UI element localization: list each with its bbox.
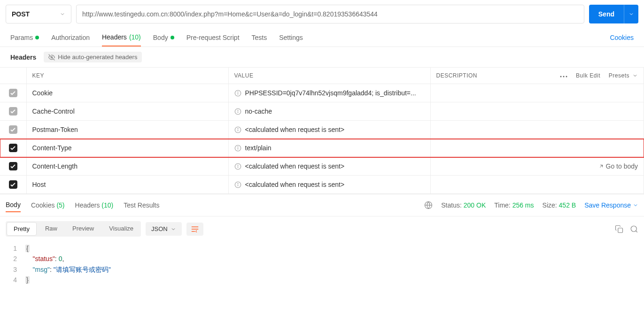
view-raw[interactable]: Raw [38,221,65,237]
header-value[interactable]: PHPSESSID=0jq7v74lhn52vjsqm9fgaladd4; is… [228,84,430,102]
svg-rect-28 [618,228,623,232]
table-row[interactable]: Cache-Controlno-cache [0,102,644,121]
header-description[interactable] [430,176,644,194]
tab-prerequest[interactable]: Pre-request Script [186,29,240,46]
tab-authorization[interactable]: Authorization [51,29,90,46]
go-to-body-link[interactable]: Go to body [598,162,638,170]
checkbox[interactable] [9,144,17,152]
checkbox[interactable] [9,89,17,97]
language-select[interactable]: JSON [146,222,182,236]
request-bar: POST http://www.testingedu.com.cn:8000/i… [0,0,644,28]
json-key-msg: "msg" [33,266,50,273]
status-dot-icon [171,36,174,39]
status-dot-icon [35,36,39,39]
view-pretty[interactable]: Pretty [7,222,37,236]
save-response-button[interactable]: Save Response [584,201,638,209]
checkbox[interactable] [9,107,17,116]
svg-point-9 [238,110,238,111]
response-tab-headers[interactable]: Headers (10) [75,199,114,212]
checkbox[interactable] [9,125,17,134]
svg-point-6 [238,92,238,92]
table-row[interactable]: CookiePHPSESSID=0jq7v74lhn52vjsqm9fgalad… [0,84,644,102]
headers-title: Headers [10,54,36,61]
header-key[interactable]: Cookie [26,84,228,102]
url-input[interactable]: http://www.testingedu.com.cn:8000/index.… [76,5,584,23]
header-description[interactable]: Go to body [430,157,644,176]
svg-point-22 [238,184,238,184]
view-visualize[interactable]: Visualize [101,221,141,237]
http-method-value: POST [12,10,30,18]
url-text: http://www.testingedu.com.cn:8000/index.… [82,10,378,18]
header-value[interactable]: <calculated when request is sent> [228,176,430,194]
response-time: Time: 256 ms [494,201,534,209]
col-value: VALUE [228,68,430,84]
header-description[interactable] [430,102,644,121]
header-value[interactable]: text/plain [228,139,430,157]
svg-point-1 [560,76,562,77]
table-row[interactable]: Content-Length<calculated when request i… [0,157,644,176]
table-row[interactable]: Postman-Token<calculated when request is… [0,121,644,139]
header-description[interactable] [430,139,644,157]
info-icon [234,108,241,115]
response-tab-cookies[interactable]: Cookies (5) [31,199,65,212]
svg-point-15 [238,147,238,147]
table-row[interactable]: Host<calculated when request is sent> [0,176,644,194]
presets-dropdown[interactable]: Presets [609,72,638,79]
send-button-dropdown[interactable] [624,5,638,23]
send-button[interactable]: Send [589,5,638,23]
json-key-status: "status" [33,255,55,262]
col-description: DESCRIPTION Bulk Edit Presets [430,68,644,84]
wrap-lines-button[interactable] [186,223,203,236]
info-icon [234,181,241,188]
info-icon [234,126,241,133]
more-options-button[interactable] [560,76,567,77]
response-tab-body[interactable]: Body [6,198,21,212]
tab-params[interactable]: Params [10,29,39,46]
tab-settings[interactable]: Settings [279,29,303,46]
header-key[interactable]: Content-Type [26,139,228,157]
info-icon [234,145,241,152]
headers-table: KEY VALUE DESCRIPTION Bulk Edit Presets … [0,67,644,194]
globe-icon[interactable] [424,201,433,209]
chevron-down-icon [171,226,176,232]
header-value[interactable]: no-cache [228,102,430,121]
copy-icon[interactable] [615,225,623,233]
header-description[interactable] [430,121,644,139]
response-size: Size: 452 B [543,201,576,209]
cookies-link[interactable]: Cookies [610,34,634,41]
header-key[interactable]: Content-Length [26,157,228,176]
header-value[interactable]: <calculated when request is sent> [228,121,430,139]
response-body: 1{ 2 "status": 0, 3 "msg": "请填写账号或密码" 4} [0,241,644,295]
header-description[interactable] [430,84,644,102]
checkbox[interactable] [9,162,17,170]
svg-point-3 [566,76,567,77]
wrap-icon [191,226,199,232]
header-key[interactable]: Host [26,176,228,194]
tab-headers[interactable]: Headers (10) [102,29,141,46]
http-method-select[interactable]: POST [6,5,71,23]
svg-line-30 [636,231,637,232]
table-row[interactable]: Content-Typetext/plain [0,139,644,157]
send-button-label: Send [589,5,624,23]
response-tab-tests[interactable]: Test Results [124,199,159,212]
hide-autogenerated-button[interactable]: Hide auto-generated headers [44,52,142,62]
header-key[interactable]: Postman-Token [26,121,228,139]
bulk-edit-button[interactable]: Bulk Edit [576,72,600,79]
tab-body[interactable]: Body [153,29,174,46]
svg-point-29 [631,226,636,231]
response-status: Status: 200 OK [441,201,486,209]
view-preview[interactable]: Preview [65,221,101,237]
headers-toolbar: Headers Hide auto-generated headers [0,47,644,67]
chevron-down-icon [60,11,65,17]
checkbox[interactable] [9,180,17,189]
tab-tests[interactable]: Tests [252,29,267,46]
response-tabs: Body Cookies (5) Headers (10) Test Resul… [0,194,644,216]
info-icon [234,90,241,97]
header-value[interactable]: <calculated when request is sent> [228,157,430,176]
json-val-msg: "请填写账号或密码" [54,266,111,273]
col-key: KEY [26,68,228,84]
info-icon [234,163,241,170]
header-key[interactable]: Cache-Control [26,102,228,121]
search-icon[interactable] [630,225,638,233]
svg-point-2 [563,76,565,77]
